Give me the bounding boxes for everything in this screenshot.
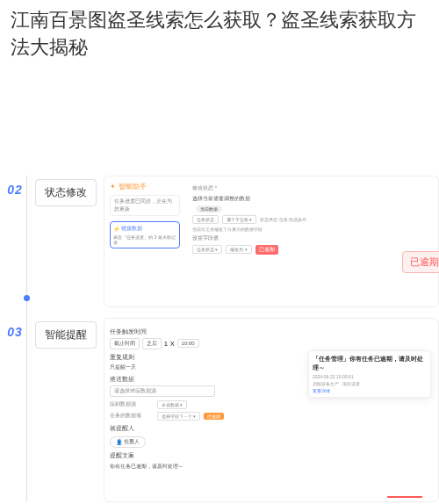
notice-link[interactable]: 查看详情 [313, 388, 427, 393]
linkdata-card[interactable]: 链接数据 来自「任务进度」的 3 条关联记录 [110, 221, 180, 248]
select-deadline[interactable]: 截止时间 [110, 338, 140, 349]
label-dataitem: 任务的数据项 [110, 412, 157, 420]
step-number-03: 03 [0, 325, 30, 339]
overdue-badge: 已逾期 [402, 251, 439, 273]
linkdata-title: 链接数据 [113, 225, 176, 233]
select-tabledata[interactable]: 本表数据 ▾ [157, 400, 187, 409]
label-msg: 提醒文案 [110, 451, 433, 460]
person-chip[interactable]: 负责人 [110, 436, 146, 448]
step-number-02: 02 [0, 183, 30, 197]
label-receiver: 被提醒人 [110, 424, 433, 433]
notification-card[interactable]: 「任务管理」你有任务已逾期，请及时处理～ 2024-06-22 10:00:01… [308, 350, 431, 398]
msg-text: 你有任务已逾期，请及时处理～ [110, 463, 433, 471]
form-hint: 当前仅支持修改下方展示的数据字段 [192, 227, 263, 232]
label-status: 修改状态 * [192, 184, 236, 192]
tag-overdue: 已逾期 [204, 413, 224, 420]
select-state[interactable]: 任务状态 ▾ [192, 245, 222, 254]
status-form: 修改状态 * 选择当前需要调整的数据 当前数据 任务状态 属于子任务 ▾ 状态类… [192, 182, 433, 257]
panel-status-modify: 智能助手 任务进度已同步，正在为您更新 链接数据 来自「任务进度」的 3 条关联… [104, 176, 439, 307]
assistant-hint: 任务进度已同步，正在为您更新 [110, 195, 180, 216]
notice-sub: 启能设备生产 · 项目进度 [313, 381, 427, 386]
notice-time: 2024-06-22 10:00:01 [313, 374, 427, 379]
select-subtask[interactable]: 属于子任务 ▾ [222, 215, 256, 224]
select-datasource[interactable]: 请选择对应数据源 [110, 385, 215, 397]
timeline-dot [24, 295, 30, 301]
select-after[interactable]: 之后 [142, 338, 162, 349]
label-trigger: 任务触发时间 [110, 328, 433, 336]
select-field[interactable]: 选择字段下一个 ▾ [157, 412, 200, 421]
time-value[interactable]: 10:00 [177, 339, 199, 348]
label-setfield: 设置字段值 [192, 234, 236, 242]
accent-line [387, 496, 422, 498]
page-title: 江南百景图盗圣线索怎么获取？盗圣线索获取方法大揭秘 [0, 0, 439, 65]
linkdata-sub: 来自「任务进度」的 3 条关联记录 [113, 234, 176, 245]
select-setto[interactable]: 修改为 ▾ [226, 245, 251, 254]
step-label-03: 智能提醒 [35, 321, 97, 349]
label-select-old: 选择当前需要调整的数据 [192, 195, 250, 203]
panel-smart-remind: 任务触发时间 截止时间 之后 1 X 10:00 重复规则 只提醒一天 推送数据… [104, 318, 439, 502]
chip-current-data[interactable]: 当前数据 [196, 205, 222, 212]
select-taskstate[interactable]: 任务状态 [192, 215, 219, 224]
value-overdue: 已逾期 [255, 245, 278, 255]
filter-hint: 状态类型·任务·筛选条件 [260, 217, 306, 222]
label-datasrc: 应到数据源 [110, 400, 157, 408]
step-label-02: 状态修改 [35, 179, 97, 206]
notice-title: 「任务管理」你有任务已逾期，请及时处理～ [313, 355, 427, 372]
